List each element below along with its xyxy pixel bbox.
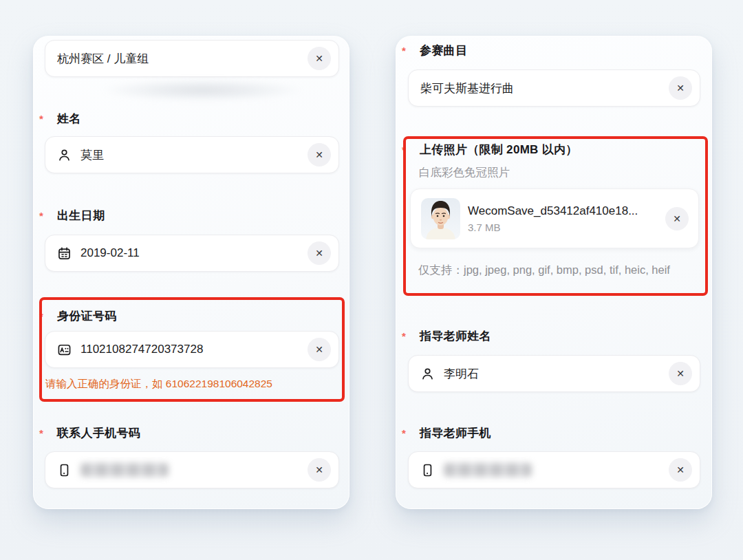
teacher-phone-label: 指导老师手机 bbox=[420, 425, 491, 441]
birthdate-label: 出生日期 bbox=[57, 208, 105, 224]
clear-contact-phone-button[interactable]: ✕ bbox=[308, 458, 331, 482]
name-label-row: * 姓名 bbox=[34, 111, 336, 127]
child-portrait-image bbox=[421, 198, 460, 239]
teacher-phone-field[interactable]: ✕ bbox=[408, 451, 700, 488]
redacted-phone-value bbox=[80, 463, 169, 477]
clear-teacher-phone-button[interactable]: ✕ bbox=[669, 458, 692, 482]
required-asterisk: * bbox=[402, 330, 406, 342]
teacher-name-field[interactable]: 李明石 ✕ bbox=[408, 355, 700, 392]
required-asterisk: * bbox=[39, 310, 43, 322]
name-value: 莫里 bbox=[80, 147, 104, 163]
song-value: 柴可夫斯基进行曲 bbox=[420, 80, 514, 96]
teacher-name-label: 指导老师姓名 bbox=[420, 328, 491, 344]
blurred-remnant bbox=[103, 79, 302, 101]
birthdate-field[interactable]: 2019-02-11 ✕ bbox=[45, 235, 339, 272]
upload-hint: 白底彩色免冠照片 bbox=[419, 165, 510, 180]
photo-thumbnail bbox=[421, 198, 460, 239]
close-icon: ✕ bbox=[676, 83, 685, 93]
contact-phone-label: 联系人手机号码 bbox=[57, 425, 140, 441]
id-number-error-message: 请输入正确的身份证，如 610622198106042825 bbox=[45, 377, 272, 391]
person-icon bbox=[420, 367, 435, 381]
clear-teacher-name-button[interactable]: ✕ bbox=[669, 362, 692, 385]
file-meta: WecomSave_d53412af410e18... 3.7 MB bbox=[468, 204, 638, 233]
close-icon: ✕ bbox=[315, 345, 323, 354]
clear-region-button[interactable]: ✕ bbox=[308, 47, 331, 70]
close-icon: ✕ bbox=[673, 214, 681, 224]
clear-birthdate-button[interactable]: ✕ bbox=[308, 241, 331, 265]
required-asterisk: * bbox=[39, 113, 43, 125]
teacher-name-value: 李明石 bbox=[444, 366, 479, 382]
clear-name-button[interactable]: ✕ bbox=[308, 143, 331, 166]
region-group-field[interactable]: 杭州赛区 / 儿童组 ✕ bbox=[45, 40, 339, 77]
clear-id-number-button[interactable]: ✕ bbox=[308, 338, 331, 361]
id-number-field[interactable]: 1102108274720373728 ✕ bbox=[45, 331, 339, 368]
upload-label-row: * 上传照片（限制 20MB 以内） bbox=[396, 142, 699, 158]
close-icon: ✕ bbox=[315, 248, 323, 258]
id-number-label: 身份证号码 bbox=[57, 308, 117, 324]
required-asterisk: * bbox=[39, 427, 43, 439]
phone-icon bbox=[57, 463, 72, 477]
redacted-phone-value bbox=[444, 463, 532, 477]
clear-song-button[interactable]: ✕ bbox=[669, 76, 692, 100]
remove-file-button[interactable]: ✕ bbox=[665, 207, 689, 230]
close-icon: ✕ bbox=[676, 465, 685, 475]
required-asterisk: * bbox=[402, 45, 406, 56]
uploaded-file-card: WecomSave_d53412af410e18... 3.7 MB ✕ bbox=[410, 189, 699, 248]
region-group-value: 杭州赛区 / 儿童组 bbox=[57, 51, 149, 67]
id-number-value: 1102108274720373728 bbox=[80, 343, 203, 356]
birthdate-value: 2019-02-11 bbox=[80, 246, 140, 260]
teacher-name-label-row: * 指导老师姓名 bbox=[396, 328, 699, 345]
close-icon: ✕ bbox=[315, 150, 323, 160]
close-icon: ✕ bbox=[315, 54, 323, 63]
id-number-label-row: * 身份证号码 bbox=[34, 308, 336, 325]
calendar-icon bbox=[57, 246, 72, 261]
registration-form-page: 杭州赛区 / 儿童组 ✕ * 姓名 莫里 ✕ * 出生日期 bbox=[0, 0, 743, 560]
right-form-card: * 参赛曲目 柴可夫斯基进行曲 ✕ * 上传照片（限制 20MB 以内） 白底彩… bbox=[396, 36, 712, 509]
close-icon: ✕ bbox=[315, 465, 323, 475]
supported-formats-note: 仅支持：jpg, jpeg, png, gif, bmp, psd, tif, … bbox=[418, 259, 697, 280]
left-form-card: 杭州赛区 / 儿童组 ✕ * 姓名 莫里 ✕ * 出生日期 bbox=[33, 36, 349, 509]
song-label-row: * 参赛曲目 bbox=[396, 43, 699, 59]
teacher-phone-label-row: * 指导老师手机 bbox=[396, 425, 699, 442]
song-label: 参赛曲目 bbox=[420, 43, 467, 58]
close-icon: ✕ bbox=[676, 369, 685, 378]
name-field[interactable]: 莫里 ✕ bbox=[45, 136, 339, 173]
contact-phone-field[interactable]: ✕ bbox=[45, 451, 339, 488]
person-icon bbox=[57, 148, 72, 162]
required-asterisk: * bbox=[402, 427, 406, 439]
upload-label: 上传照片（限制 20MB 以内） bbox=[420, 142, 578, 158]
file-name: WecomSave_d53412af410e18... bbox=[468, 204, 638, 218]
phone-icon bbox=[420, 463, 435, 477]
file-size: 3.7 MB bbox=[468, 222, 638, 233]
contact-phone-label-row: * 联系人手机号码 bbox=[34, 425, 336, 442]
id-card-icon bbox=[57, 343, 72, 357]
birthdate-label-row: * 出生日期 bbox=[34, 208, 336, 224]
name-label: 姓名 bbox=[57, 111, 81, 127]
required-asterisk: * bbox=[39, 210, 43, 222]
song-field[interactable]: 柴可夫斯基进行曲 ✕ bbox=[408, 69, 700, 107]
required-asterisk: * bbox=[402, 144, 406, 155]
